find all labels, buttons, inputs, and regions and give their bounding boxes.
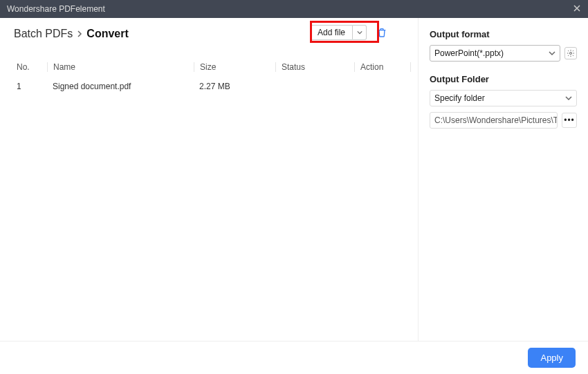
add-file-group: Add file bbox=[310, 25, 367, 40]
col-header-action: Action bbox=[354, 62, 411, 72]
output-format-select[interactable]: PowerPoint(*.pptx) bbox=[430, 45, 560, 62]
footer: Apply bbox=[0, 341, 588, 374]
ellipsis-icon: ••• bbox=[564, 115, 575, 125]
output-folder-value: Specify folder bbox=[434, 93, 485, 103]
col-header-size: Size bbox=[194, 62, 275, 72]
output-path-field[interactable]: C:\Users\Wondershare\Pictures\TLDR T bbox=[430, 112, 558, 129]
output-folder-label: Output Folder bbox=[430, 74, 577, 84]
browse-button[interactable]: ••• bbox=[562, 113, 577, 128]
col-header-no: No. bbox=[14, 62, 47, 72]
delete-icon[interactable] bbox=[376, 27, 387, 38]
gear-icon bbox=[567, 49, 575, 57]
col-header-name: Name bbox=[47, 62, 194, 72]
col-header-status: Status bbox=[275, 62, 354, 72]
output-path-value: C:\Users\Wondershare\Pictures\TLDR T bbox=[434, 115, 558, 125]
chevron-right-icon bbox=[77, 29, 82, 39]
chevron-down-icon bbox=[565, 95, 572, 102]
output-format-label: Output format bbox=[430, 29, 577, 39]
titlebar: Wondershare PDFelement bbox=[0, 0, 588, 18]
cell-no: 1 bbox=[14, 82, 47, 91]
output-folder-select[interactable]: Specify folder bbox=[430, 90, 577, 106]
svg-point-0 bbox=[570, 53, 572, 55]
left-panel: Batch PDFs Convert Add file No. Name bbox=[0, 18, 419, 341]
toolbar: Add file bbox=[310, 25, 387, 40]
breadcrumb-root[interactable]: Batch PDFs bbox=[14, 28, 73, 40]
cell-name: Signed document.pdf bbox=[47, 82, 194, 91]
table-header: No. Name Size Status Action bbox=[14, 57, 418, 77]
chevron-down-icon bbox=[549, 50, 555, 57]
cell-size: 2.27 MB bbox=[194, 82, 275, 91]
output-format-value: PowerPoint(*.pptx) bbox=[434, 48, 504, 58]
close-icon[interactable] bbox=[573, 3, 581, 15]
right-panel: Output format PowerPoint(*.pptx) Output … bbox=[419, 18, 588, 341]
table-row[interactable]: 1 Signed document.pdf 2.27 MB bbox=[14, 77, 418, 95]
apply-button[interactable]: Apply bbox=[528, 348, 576, 368]
settings-button[interactable] bbox=[564, 47, 577, 59]
add-file-button[interactable]: Add file bbox=[310, 25, 353, 40]
breadcrumb-current: Convert bbox=[86, 28, 128, 40]
add-file-dropdown[interactable] bbox=[353, 25, 367, 40]
app-title: Wondershare PDFelement bbox=[7, 4, 105, 14]
